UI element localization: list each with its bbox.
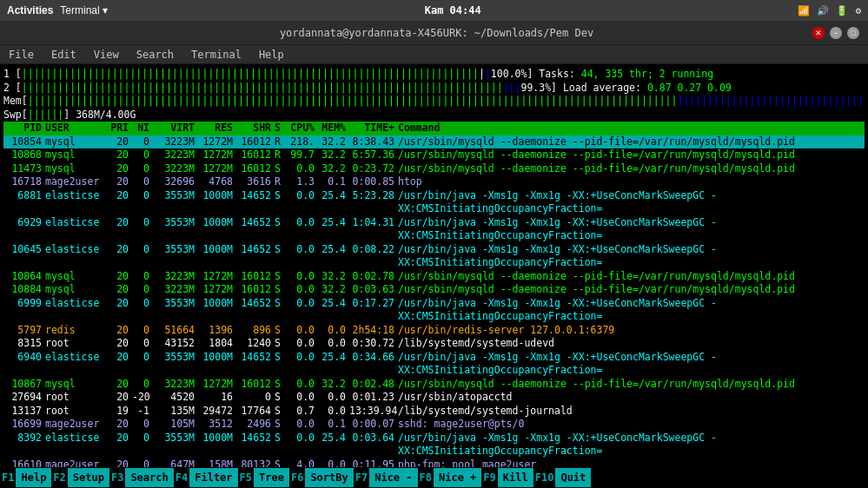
menu-edit[interactable]: Edit xyxy=(48,47,80,63)
proc-shr: 14652 xyxy=(236,243,275,270)
fkey-f4[interactable]: F4Filter xyxy=(174,468,238,487)
proc-pri: 20 xyxy=(108,351,132,378)
proc-res: 158M xyxy=(198,458,236,467)
proc-time: 0:08.22 xyxy=(349,243,398,270)
fkey-label: Kill xyxy=(498,468,533,487)
fkey-f9[interactable]: F9Kill xyxy=(481,468,533,487)
proc-time: 0:23.72 xyxy=(349,162,398,176)
proc-cpu: 218. xyxy=(287,135,318,149)
proc-shr: 16012 xyxy=(236,148,275,162)
proc-virt: 4520 xyxy=(153,391,198,405)
proc-pri: 20 xyxy=(108,337,132,351)
proc-shr: 3616 xyxy=(236,175,275,189)
table-row[interactable]: 10868 mysql 20 0 3223M 1272M 16012 R 99.… xyxy=(3,148,865,162)
proc-user: mysql xyxy=(45,283,108,297)
proc-s: S xyxy=(275,405,287,419)
table-row[interactable]: 10867 mysql 20 0 3223M 1272M 16012 S 0.0… xyxy=(3,378,865,392)
table-row[interactable]: 8392 elasticse 20 0 3553M 1000M 14652 S … xyxy=(3,432,865,458)
minimize-button[interactable]: − xyxy=(830,27,842,39)
proc-ni: 0 xyxy=(132,216,153,243)
proc-pid: 13137 xyxy=(3,405,45,419)
proc-cmd: /usr/sbin/mysqld --daemonize --pid-file=… xyxy=(398,135,865,149)
table-row[interactable]: 10854 mysql 20 0 3223M 1272M 16012 R 218… xyxy=(3,135,865,149)
fkey-f5[interactable]: F5Tree xyxy=(238,468,289,487)
menu-search[interactable]: Search xyxy=(133,47,177,63)
table-row[interactable]: 10884 mysql 20 0 3223M 1272M 16012 S 0.0… xyxy=(3,283,865,297)
proc-cpu: 0.0 xyxy=(287,283,318,297)
proc-pri: 20 xyxy=(108,148,132,162)
proc-pri: 20 xyxy=(108,432,132,458)
table-row[interactable]: 11473 mysql 20 0 3223M 1272M 16012 S 0.0… xyxy=(3,162,865,176)
table-row[interactable]: 10645 elasticse 20 0 3553M 1000M 14652 S… xyxy=(3,243,865,270)
table-row[interactable]: 27694 root 20 -20 4520 16 0 S 0.0 0.0 0:… xyxy=(3,391,865,405)
table-row[interactable]: 6940 elasticse 20 0 3553M 1000M 14652 S … xyxy=(3,351,865,378)
fkey-f3[interactable]: F3Search xyxy=(109,468,174,487)
proc-pri: 20 xyxy=(108,135,132,149)
menu-bar: File Edit View Search Terminal Help xyxy=(0,45,868,64)
function-key-bar: F1HelpF2SetupF3SearchF4FilterF5TreeF6Sor… xyxy=(0,467,868,488)
activities-button[interactable]: Activities xyxy=(7,4,53,16)
maximize-button[interactable]: □ xyxy=(847,27,859,39)
proc-ni: 0 xyxy=(132,162,153,176)
proc-time: 0:03.64 xyxy=(349,432,398,458)
fkey-f6[interactable]: F6SortBy xyxy=(289,468,354,487)
table-row[interactable]: 13137 root 19 -1 135M 29472 17764 S 0.7 … xyxy=(3,405,865,419)
table-row[interactable]: 8315 root 20 0 43152 1804 1240 S 0.0 0.0… xyxy=(3,337,865,351)
proc-mem: 0.0 xyxy=(318,458,349,467)
table-row[interactable]: 16699 mage2user 20 0 105M 3512 2496 S 0.… xyxy=(3,418,865,432)
proc-mem: 0.0 xyxy=(318,337,349,351)
proc-user: elasticse xyxy=(45,216,108,243)
table-row[interactable]: 16718 mage2user 20 0 32696 4768 3616 R 1… xyxy=(3,175,865,189)
table-row[interactable]: 6881 elasticse 20 0 3553M 1000M 14652 S … xyxy=(3,189,865,216)
proc-cpu: 0.0 xyxy=(287,270,318,284)
table-row[interactable]: 5797 redis 20 0 51664 1396 896 S 0.0 0.0… xyxy=(3,324,865,338)
proc-s: S xyxy=(275,297,287,324)
proc-user: redis xyxy=(45,324,108,338)
fkey-f1[interactable]: F1Help xyxy=(0,468,51,487)
proc-res: 1272M xyxy=(198,148,236,162)
proc-time: 6:57.36 xyxy=(349,148,398,162)
menu-help[interactable]: Help xyxy=(255,47,288,63)
table-row[interactable]: 6929 elasticse 20 0 3553M 1000M 14652 S … xyxy=(3,216,865,243)
proc-pid: 16699 xyxy=(3,418,45,432)
proc-cmd: /usr/bin/redis-server 127.0.0.1:6379 xyxy=(398,324,865,338)
header-s: S xyxy=(275,122,287,135)
proc-user: elasticse xyxy=(45,351,108,378)
table-row[interactable]: 6999 elasticse 20 0 3553M 1000M 14652 S … xyxy=(3,297,865,324)
close-button[interactable]: ✕ xyxy=(812,27,825,39)
table-row[interactable]: 16610 mage2user 20 0 647M 158M 80132 S 4… xyxy=(3,458,865,467)
volume-icon: 🔊 xyxy=(817,5,829,16)
fkey-f8[interactable]: F8Nice + xyxy=(418,468,482,487)
header-user: USER xyxy=(45,122,108,135)
proc-s: R xyxy=(275,148,287,162)
fkey-f10[interactable]: F10Quit xyxy=(533,468,592,487)
fkey-f2[interactable]: F2Setup xyxy=(51,468,109,487)
proc-res: 1272M xyxy=(198,135,236,149)
proc-mem: 25.4 xyxy=(318,297,349,324)
menu-view[interactable]: View xyxy=(90,47,123,63)
terminal-content[interactable]: 1 [|||||||||||||||||||||||||||||||||||||… xyxy=(0,64,868,467)
proc-time: 0:03.63 xyxy=(349,283,398,297)
proc-shr: 896 xyxy=(236,324,275,338)
menu-file[interactable]: File xyxy=(5,47,37,63)
terminal-menu-button[interactable]: Terminal ▾ xyxy=(60,4,108,16)
proc-time: 0:01.23 xyxy=(349,391,398,405)
proc-virt: 3553M xyxy=(153,432,198,458)
settings-icon[interactable]: ⚙ xyxy=(855,5,861,16)
proc-user: elasticse xyxy=(45,189,108,216)
proc-cpu: 0.0 xyxy=(287,297,318,324)
proc-ni: 0 xyxy=(132,297,153,324)
proc-virt: 3223M xyxy=(153,148,198,162)
proc-s: S xyxy=(275,189,287,216)
proc-pri: 20 xyxy=(108,270,132,284)
terminal-menu-arrow: ▾ xyxy=(103,4,108,16)
proc-s: S xyxy=(275,432,287,458)
menu-terminal[interactable]: Terminal xyxy=(188,47,245,63)
proc-pri: 20 xyxy=(108,189,132,216)
proc-shr: 16012 xyxy=(236,378,275,392)
table-row[interactable]: 10864 mysql 20 0 3223M 1272M 16012 S 0.0… xyxy=(3,270,865,284)
fkey-label: Filter xyxy=(189,468,237,487)
proc-time: 5:23.28 xyxy=(349,189,398,216)
proc-res: 1000M xyxy=(198,432,236,458)
fkey-f7[interactable]: F7Nice - xyxy=(354,468,418,487)
